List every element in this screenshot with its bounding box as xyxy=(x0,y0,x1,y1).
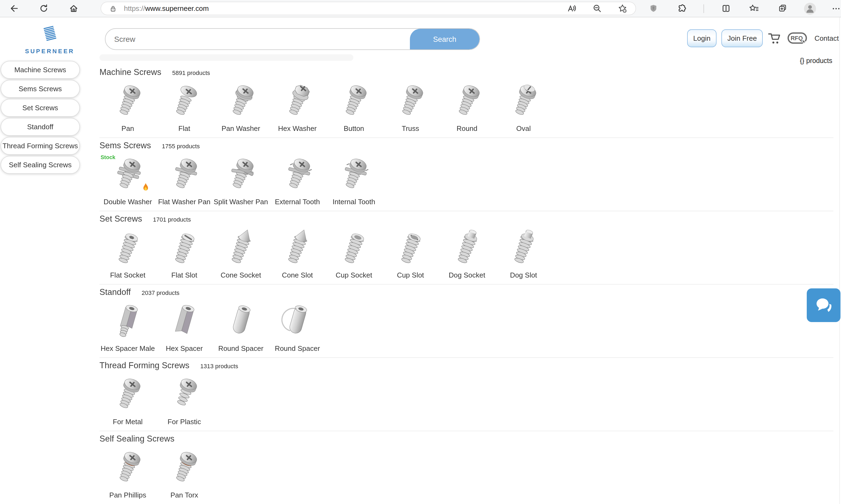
product-card-double-washer[interactable]: StockDouble Washer xyxy=(100,154,156,211)
sidebar-item-sems-screws[interactable]: Sems Screws xyxy=(1,80,80,98)
product-label: Split Washer Pan xyxy=(213,198,268,211)
main-content: Search Login Join Free RFQ Contact {} pr… xyxy=(100,17,841,504)
add-favorite-icon[interactable] xyxy=(616,2,629,15)
product-label: Round xyxy=(457,124,478,138)
product-card-for-plastic[interactable]: For Plastic xyxy=(156,374,212,431)
product-card-round-spacer[interactable]: Round Spacer xyxy=(212,301,269,357)
product-card-hex-washer[interactable]: Hex Washer xyxy=(269,81,326,138)
profile-avatar[interactable] xyxy=(804,2,816,14)
join-free-button[interactable]: Join Free xyxy=(721,29,763,47)
section-standoff: Standoff2037 productsHex Spacer MaleHex … xyxy=(100,285,834,358)
chat-widget-button[interactable] xyxy=(807,288,840,322)
zoom-out-icon[interactable] xyxy=(590,2,603,15)
login-button[interactable]: Login xyxy=(687,29,717,47)
product-label: Cone Slot xyxy=(282,271,313,284)
product-card-external-tooth[interactable]: External Tooth xyxy=(269,154,326,211)
product-card-cone-socket[interactable]: Cone Socket xyxy=(212,228,269,284)
product-label: Dog Socket xyxy=(449,271,485,284)
product-image xyxy=(447,228,486,269)
cart-icon[interactable] xyxy=(768,32,782,45)
product-card-oval[interactable]: Oval xyxy=(495,81,552,138)
product-card-dog-socket[interactable]: Dog Socket xyxy=(439,228,495,284)
section-header: Thread Forming Screws1313 products xyxy=(100,361,834,373)
product-image xyxy=(221,154,260,196)
product-image xyxy=(108,228,147,269)
product-card-round-spacer[interactable]: Round Spacer xyxy=(269,301,326,357)
product-card-pan-torx[interactable]: Pan Torx xyxy=(156,448,212,504)
product-label: Hex Spacer Male xyxy=(101,344,155,357)
favorites-bar-icon[interactable] xyxy=(748,2,760,15)
product-card-pan[interactable]: Pan xyxy=(100,81,156,138)
products-count-note: {} products xyxy=(800,57,832,65)
section-product-count: 5891 products xyxy=(172,70,210,76)
product-card-truss[interactable]: Truss xyxy=(382,81,439,138)
product-label: For Plastic xyxy=(168,418,201,431)
product-image xyxy=(108,374,147,415)
product-label: Pan xyxy=(121,124,134,138)
toolbar-divider xyxy=(703,4,704,13)
product-label: Hex Spacer xyxy=(166,344,203,357)
sidebar-nav: Machine ScrewsSems ScrewsSet ScrewsStand… xyxy=(0,61,100,174)
section-title: Machine Screws xyxy=(100,67,161,77)
product-card-flat-slot[interactable]: Flat Slot xyxy=(156,228,212,284)
product-row: PanFlatPan WasherHex WasherButtonTrussRo… xyxy=(100,81,834,138)
product-label: Cone Socket xyxy=(221,271,261,284)
split-screen-icon[interactable] xyxy=(719,2,732,15)
product-card-split-washer-pan[interactable]: Split Washer Pan xyxy=(212,154,269,211)
product-image xyxy=(165,301,204,342)
product-label: Pan Torx xyxy=(170,491,198,504)
section-header: Self Sealing Screws xyxy=(100,434,834,446)
horizontal-scrollbar-track[interactable] xyxy=(100,54,353,61)
rfq-icon[interactable]: RFQ xyxy=(787,31,807,46)
brand-logo[interactable]: SUPERNEER xyxy=(0,25,100,54)
extensions-icon[interactable] xyxy=(675,2,688,15)
section-product-count: 1701 products xyxy=(153,216,191,223)
refresh-icon[interactable] xyxy=(37,2,50,15)
search-button[interactable]: Search xyxy=(410,29,480,50)
product-label: Round Spacer xyxy=(275,344,320,357)
sidebar-item-self-sealing-screws[interactable]: Self Sealing Screws xyxy=(1,156,80,174)
product-card-internal-tooth[interactable]: Internal Tooth xyxy=(326,154,382,211)
product-image xyxy=(221,301,260,342)
product-label: Round Spacer xyxy=(218,344,263,357)
back-icon[interactable] xyxy=(7,2,20,15)
contact-link[interactable]: Contact xyxy=(814,34,839,42)
sidebar-item-standoff[interactable]: Standoff xyxy=(1,118,80,136)
product-card-flat-washer-pan[interactable]: Flat Washer Pan xyxy=(156,154,212,211)
product-card-pan-washer[interactable]: Pan Washer xyxy=(212,81,269,138)
product-card-hex-spacer[interactable]: Hex Spacer xyxy=(156,301,212,357)
lock-icon[interactable] xyxy=(106,2,120,15)
svg-text:RFQ: RFQ xyxy=(791,35,803,41)
product-image xyxy=(108,448,147,489)
url-text[interactable]: https://www.superneer.com xyxy=(124,4,209,13)
product-card-cone-slot[interactable]: Cone Slot xyxy=(269,228,326,284)
product-image xyxy=(391,228,430,269)
tab-groups-icon[interactable] xyxy=(776,2,789,15)
sidebar-item-thread-forming-screws[interactable]: Thread Forming Screws xyxy=(1,137,80,155)
home-icon[interactable] xyxy=(67,2,80,15)
settings-dots-icon[interactable] xyxy=(831,2,841,15)
product-image xyxy=(165,448,204,489)
product-card-flat[interactable]: Flat xyxy=(156,81,212,138)
product-card-cup-slot[interactable]: Cup Slot xyxy=(382,228,439,284)
search-input[interactable] xyxy=(105,29,410,50)
product-card-dog-slot[interactable]: Dog Slot xyxy=(495,228,552,284)
sidebar-item-machine-screws[interactable]: Machine Screws xyxy=(1,61,80,79)
read-aloud-icon[interactable] xyxy=(565,2,578,15)
product-image xyxy=(165,81,204,122)
product-card-hex-spacer-male[interactable]: Hex Spacer Male xyxy=(100,301,156,357)
product-card-for-metal[interactable]: For Metal xyxy=(100,374,156,431)
product-label: Pan Phillips xyxy=(109,491,146,504)
product-image xyxy=(334,154,374,196)
shield-icon[interactable] xyxy=(647,2,660,15)
search-bar: Search xyxy=(105,28,480,50)
product-card-pan-phillips[interactable]: Pan Phillips xyxy=(100,448,156,504)
address-bar[interactable]: https://www.superneer.com xyxy=(101,2,636,15)
product-card-button[interactable]: Button xyxy=(326,81,382,138)
product-card-flat-socket[interactable]: Flat Socket xyxy=(100,228,156,284)
product-card-cup-socket[interactable]: Cup Socket xyxy=(326,228,382,284)
product-label: Hex Washer xyxy=(278,124,317,138)
section-header: Machine Screws5891 products xyxy=(100,67,834,79)
product-card-round[interactable]: Round xyxy=(439,81,495,138)
sidebar-item-set-screws[interactable]: Set Screws xyxy=(1,99,80,117)
